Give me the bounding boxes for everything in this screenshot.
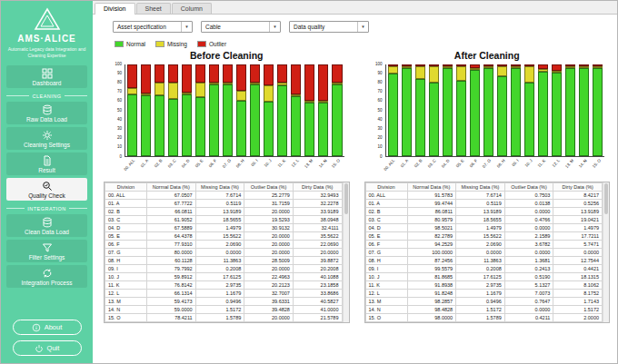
y-tick-label: 10 [117, 146, 122, 151]
tab-sheet[interactable]: Sheet [136, 3, 171, 14]
normal-segment [443, 68, 453, 156]
value-cell: 98.0000 [407, 314, 456, 322]
quit-label: Quit [47, 344, 60, 352]
table-scrollbar[interactable] [603, 182, 609, 322]
table-row[interactable]: 10. J81.868517.61250.519018.1315 [365, 273, 603, 281]
normal-segment [511, 68, 521, 156]
value-cell: 23.1858 [293, 281, 342, 290]
table-scrollbar[interactable] [343, 182, 349, 322]
table-row[interactable]: 04. D98.50211.49790.00001.4979 [365, 224, 603, 232]
division-cell: 11. K [105, 281, 147, 290]
table-row[interactable]: 15. O78.42111.578920.000021.5789 [105, 314, 343, 322]
value-cell: 0.0000 [504, 208, 553, 216]
table-row[interactable]: 01. A99.47440.51190.01380.5256 [365, 200, 603, 208]
missing-segment [456, 66, 466, 81]
table-row[interactable]: 02. B86.081113.91890.000013.9189 [365, 208, 603, 216]
table-row[interactable]: 08. H87.245611.38631.368112.7544 [365, 257, 603, 265]
stacked-bar [483, 64, 493, 156]
about-button[interactable]: About [13, 320, 82, 335]
scrollbar-thumb[interactable] [344, 183, 348, 214]
value-cell: 20.0000 [244, 232, 294, 241]
stacked-bar [168, 64, 178, 156]
sidebar-item-label: Integration Process [21, 280, 72, 286]
column-header[interactable]: Outlier Data (%) [504, 183, 553, 192]
table-row[interactable]: 05. E82.278915.56222.158917.7211 [365, 232, 603, 241]
table-row[interactable]: 08. H60.112811.386328.500939.8872 [105, 257, 343, 265]
value-cell: 59.4173 [147, 298, 196, 306]
sidebar-item-cleaning-settings[interactable]: Cleaning Settings [6, 127, 87, 150]
column-header[interactable]: Missing Data (%) [456, 183, 505, 192]
table-row[interactable]: 13. M59.41730.949639.633140.5827 [105, 298, 343, 306]
division-cell: 09. I [105, 265, 147, 273]
column-header[interactable]: Division [105, 183, 147, 192]
table-row[interactable]: 11. K76.81422.973520.212323.1858 [105, 281, 343, 290]
value-cell: 99.5579 [407, 265, 456, 273]
asset-specification-select[interactable]: Asset specification ▼ [113, 21, 193, 33]
table-row[interactable]: 13. M98.28570.94960.76471.7143 [365, 298, 603, 306]
table-row[interactable]: 15. O98.00001.57890.42112.0000 [365, 314, 603, 322]
table-row[interactable]: 03. C80.957918.56550.476619.0421 [365, 216, 603, 224]
missing-segment [415, 66, 425, 79]
sidebar-item-quality-check[interactable]: Quality Check [6, 178, 87, 201]
scrollbar-thumb[interactable] [604, 183, 608, 214]
table-row[interactable]: 06. F77.93102.069020.000022.0690 [105, 241, 343, 249]
table-row[interactable]: 09. I99.55790.20080.24130.4421 [365, 265, 603, 273]
after-cleaning-chart: 0102030405060708090100 00. ALL01. A02. B… [374, 63, 607, 177]
normal-segment [182, 94, 192, 156]
table-row[interactable]: 07. G80.00000.000020.000020.0000 [105, 249, 343, 257]
table-row[interactable]: 09. I79.79920.200820.000020.2008 [105, 265, 343, 273]
table-row[interactable]: 05. E64.437815.562220.000035.5622 [105, 232, 343, 241]
tab-division[interactable]: Division [95, 3, 135, 15]
table-row[interactable]: 10. J59.891217.612522.496340.1088 [105, 273, 343, 281]
sidebar-item-integration-process[interactable]: Integration Process [6, 265, 87, 288]
table-row[interactable]: 14. N98.48281.51720.00001.5172 [365, 306, 603, 314]
column-header[interactable]: Division [365, 183, 407, 192]
table-row[interactable]: 11. K91.89382.97355.13278.1062 [365, 281, 603, 290]
comparison-panels: Before Cleaning 0102030405060708090100 0… [104, 49, 610, 359]
value-cell: 1.4979 [553, 224, 603, 232]
value-cell: 0.4766 [504, 216, 553, 224]
tab-column[interactable]: Column [172, 3, 212, 14]
sidebar-item-filter-settings[interactable]: Filter Settings [6, 240, 87, 262]
sidebar-item-raw-data-load[interactable]: Raw Data Load [6, 102, 87, 124]
outlier-segment [168, 64, 178, 83]
asset-type-select[interactable]: Cable ▼ [201, 21, 281, 33]
column-header[interactable]: Missing Data (%) [195, 183, 244, 192]
column-header[interactable]: Dirty Data (%) [293, 183, 342, 192]
sidebar-item-label: Quality Check [28, 192, 65, 199]
column-header[interactable]: Outlier Data (%) [244, 183, 294, 192]
stacked-bar [538, 64, 548, 156]
normal-segment [195, 97, 205, 156]
stacked-bar [264, 64, 274, 156]
table-row[interactable]: 12. L66.13141.167932.700733.8686 [105, 290, 343, 298]
table-row[interactable]: 07. G100.00000.00000.00000.0000 [365, 249, 603, 257]
table-row[interactable]: 14. N59.00001.517239.482841.0000 [105, 306, 343, 314]
division-cell: 13. M [105, 298, 147, 306]
table-row[interactable]: 03. C61.905218.565519.529338.0948 [105, 216, 343, 224]
value-cell: 0.5256 [553, 200, 603, 208]
table-row[interactable]: 01. A67.77220.511931.715932.2278 [105, 200, 343, 208]
normal-segment [209, 84, 219, 156]
quit-button[interactable]: Quit [13, 340, 82, 356]
value-cell: 60.1128 [147, 257, 196, 265]
magnifier-check-icon [42, 181, 53, 192]
value-cell: 8.4217 [553, 192, 603, 200]
table-row[interactable]: 04. D67.58891.497930.913232.4111 [105, 224, 343, 232]
column-header[interactable]: Normal Data (%) [407, 183, 456, 192]
sidebar-item-dashboard[interactable]: Dashboard [6, 65, 87, 88]
table-row[interactable]: 06. F94.25292.06903.67825.7471 [365, 241, 603, 249]
column-header[interactable]: Dirty Data (%) [553, 183, 603, 192]
table-row[interactable]: 00. ALL67.05077.671425.277932.9493 [105, 192, 343, 200]
table-row[interactable]: 00. ALL91.57837.67140.75038.4217 [365, 192, 603, 200]
sidebar-item-clean-data-load[interactable]: Clean Data Load [6, 214, 87, 237]
value-cell: 0.0000 [456, 249, 505, 257]
column-header[interactable]: Normal Data (%) [147, 183, 196, 192]
value-cell: 17.6125 [195, 273, 244, 281]
data-quality-select[interactable]: Data quality ▼ [289, 21, 369, 33]
division-cell: 10. J [365, 273, 407, 281]
normal-segment [565, 68, 575, 156]
table-row[interactable]: 12. L91.82481.16797.00738.1752 [365, 290, 603, 298]
division-cell: 04. D [365, 224, 407, 232]
table-row[interactable]: 02. B66.081113.918920.000033.9189 [105, 208, 343, 216]
sidebar-item-result[interactable]: Result [6, 152, 87, 175]
